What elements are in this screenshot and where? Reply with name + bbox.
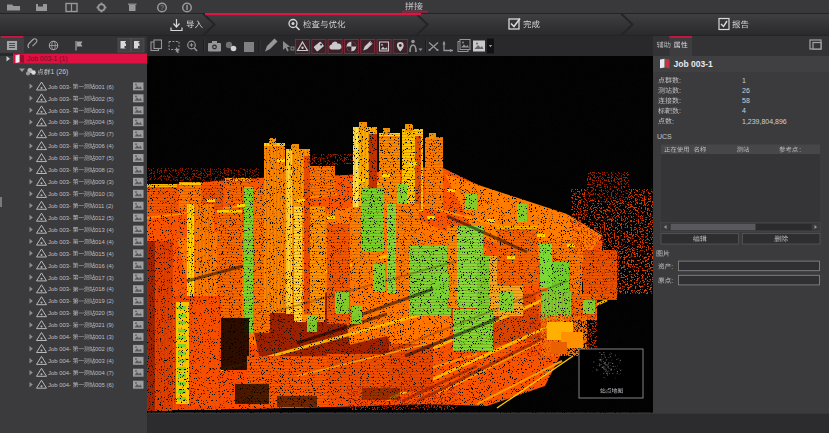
svg-text:005 (7): 005 (7) bbox=[95, 131, 114, 137]
svg-text:Job 003-: Job 003- bbox=[48, 96, 71, 102]
svg-text:Job 003-: Job 003- bbox=[48, 84, 71, 90]
svg-text:UCS: UCS bbox=[657, 133, 672, 140]
svg-text:006 (4): 006 (4) bbox=[95, 143, 114, 149]
svg-text:Job 003-: Job 003- bbox=[48, 251, 71, 257]
svg-text:013 (4): 013 (4) bbox=[95, 227, 114, 233]
svg-text:Job 004-: Job 004- bbox=[48, 358, 71, 364]
svg-text:003 (4): 003 (4) bbox=[95, 108, 114, 114]
svg-text:Job 003-: Job 003- bbox=[48, 119, 71, 125]
svg-text:Job 003-: Job 003- bbox=[48, 275, 71, 281]
svg-text:019 (2): 019 (2) bbox=[95, 298, 114, 304]
svg-text:Job 003-: Job 003- bbox=[48, 167, 71, 173]
svg-text:016 (4): 016 (4) bbox=[95, 263, 114, 269]
svg-text:012 (5): 012 (5) bbox=[95, 215, 114, 221]
svg-text:Job 003-1: Job 003-1 bbox=[674, 59, 713, 69]
svg-text:Job 003-: Job 003- bbox=[48, 310, 71, 316]
svg-text:Job 004-: Job 004- bbox=[48, 382, 71, 388]
svg-text:010 (3): 010 (3) bbox=[95, 191, 114, 197]
svg-text::: : bbox=[799, 146, 801, 153]
svg-text::: : bbox=[679, 87, 681, 94]
svg-text:003 (4): 003 (4) bbox=[95, 358, 114, 364]
svg-text:Job 003-: Job 003- bbox=[48, 215, 71, 221]
svg-text:Job 004-: Job 004- bbox=[48, 370, 71, 376]
svg-text:Job 003-: Job 003- bbox=[48, 108, 71, 114]
svg-text:Job 003-: Job 003- bbox=[48, 227, 71, 233]
svg-text::: : bbox=[672, 118, 674, 125]
svg-text:Job 003-: Job 003- bbox=[48, 191, 71, 197]
svg-text:001 (6): 001 (6) bbox=[95, 84, 114, 90]
svg-text:Job 003-: Job 003- bbox=[48, 143, 71, 149]
svg-text:58: 58 bbox=[742, 97, 750, 104]
svg-text:Job 003-: Job 003- bbox=[48, 203, 71, 209]
svg-text:Job 003-: Job 003- bbox=[48, 322, 71, 328]
svg-text::: : bbox=[671, 263, 673, 270]
svg-text:1: 1 bbox=[742, 77, 746, 84]
svg-text:Job 003-: Job 003- bbox=[48, 239, 71, 245]
svg-text::: : bbox=[679, 107, 681, 114]
svg-text:015 (4): 015 (4) bbox=[95, 251, 114, 257]
svg-text:004 (7): 004 (7) bbox=[95, 370, 114, 376]
svg-text:Job 003-: Job 003- bbox=[48, 179, 71, 185]
svg-text:005 (6): 005 (6) bbox=[95, 382, 114, 388]
svg-text:Job 004-: Job 004- bbox=[48, 334, 71, 340]
svg-text:Job 003-: Job 003- bbox=[48, 155, 71, 161]
svg-text::: : bbox=[671, 277, 673, 284]
svg-text:007 (5): 007 (5) bbox=[95, 155, 114, 161]
svg-text:Job 003-: Job 003- bbox=[48, 286, 71, 292]
svg-text:004 (5): 004 (5) bbox=[95, 119, 114, 125]
svg-text:Job 004-: Job 004- bbox=[48, 346, 71, 352]
svg-text:021 (9): 021 (9) bbox=[95, 322, 114, 328]
svg-text::: : bbox=[679, 77, 681, 84]
svg-text:014 (4): 014 (4) bbox=[95, 239, 114, 245]
svg-text:017 (3): 017 (3) bbox=[95, 275, 114, 281]
svg-text:008 (2): 008 (2) bbox=[95, 167, 114, 173]
svg-text:Job 003-: Job 003- bbox=[48, 263, 71, 269]
svg-text:?: ? bbox=[160, 4, 164, 11]
svg-text:Job 003-: Job 003- bbox=[48, 298, 71, 304]
svg-text:26: 26 bbox=[742, 87, 750, 94]
svg-text:002 (6): 002 (6) bbox=[95, 346, 114, 352]
svg-text:Job 003-1 (1): Job 003-1 (1) bbox=[27, 55, 67, 63]
svg-text:1,239,804,896: 1,239,804,896 bbox=[742, 118, 787, 125]
svg-text::: : bbox=[679, 97, 681, 104]
svg-text:001 (3): 001 (3) bbox=[95, 334, 114, 340]
svg-text:009 (3): 009 (3) bbox=[95, 179, 114, 185]
svg-text:4: 4 bbox=[742, 107, 746, 114]
svg-text:Job 003-: Job 003- bbox=[48, 131, 71, 137]
svg-text:1 (26): 1 (26) bbox=[51, 68, 69, 76]
svg-text:020 (5): 020 (5) bbox=[95, 310, 114, 316]
svg-text:018 (4): 018 (4) bbox=[95, 286, 114, 292]
svg-text:002 (5): 002 (5) bbox=[95, 96, 114, 102]
svg-text:011 (2): 011 (2) bbox=[95, 203, 113, 209]
